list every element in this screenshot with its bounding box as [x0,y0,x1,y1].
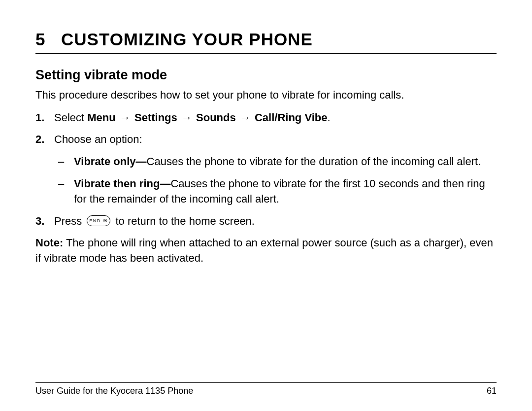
step-2: Choose an option: Vibrate only—Causes th… [35,132,497,206]
footer-guide-title: User Guide for the Kyocera 1135 Phone [35,386,193,396]
note-text: The phone will ring when attached to an … [35,237,493,264]
chapter-number: 5 [35,30,47,49]
arrow-icon: → [119,111,132,124]
path-menu: Menu [87,111,115,124]
end-key-icon: END ⦿ [87,215,110,226]
step2-options: Vibrate only—Causes the phone to vibrate… [54,154,497,206]
step1-prefix: Select [54,111,87,124]
chapter-title: CUSTOMIZING YOUR PHONE [61,30,313,49]
end-key-label: END [89,218,101,224]
section-title: Setting vibrate mode [35,68,497,83]
option-label: Vibrate only— [74,155,147,168]
arrow-icon: → [239,111,252,124]
chapter-heading: 5 CUSTOMIZING YOUR PHONE [35,30,497,54]
option-vibrate-only: Vibrate only—Causes the phone to vibrate… [54,154,497,170]
steps-list: Select Menu → Settings → Sounds → Call/R… [35,110,497,229]
path-settings: Settings [134,111,177,124]
option-label: Vibrate then ring— [74,177,170,190]
note: Note: The phone will ring when attached … [35,236,497,266]
step2-text: Choose an option: [54,133,142,145]
step-1: Select Menu → Settings → Sounds → Call/R… [35,110,497,126]
path-sounds: Sounds [196,111,236,124]
option-vibrate-then-ring: Vibrate then ring—Causes the phone to vi… [54,176,497,207]
menu-path: Menu → Settings → Sounds → Call/Ring Vib… [87,111,327,124]
footer-page-number: 61 [487,386,497,396]
arrow-icon: → [180,111,193,124]
step1-suffix: . [327,111,330,124]
step3-suffix: to return to the home screen. [112,215,255,227]
step3-prefix: Press [54,215,85,227]
note-label: Note: [35,237,63,249]
option-text: Causes the phone to vibrate for the dura… [147,155,481,168]
step-3: Press END ⦿ to return to the home screen… [35,214,497,229]
section-intro: This procedure describes how to set your… [35,88,497,103]
path-callring: Call/Ring Vibe [255,111,328,124]
end-key-symbol: ⦿ [103,218,108,224]
page-footer: User Guide for the Kyocera 1135 Phone 61 [35,382,497,396]
